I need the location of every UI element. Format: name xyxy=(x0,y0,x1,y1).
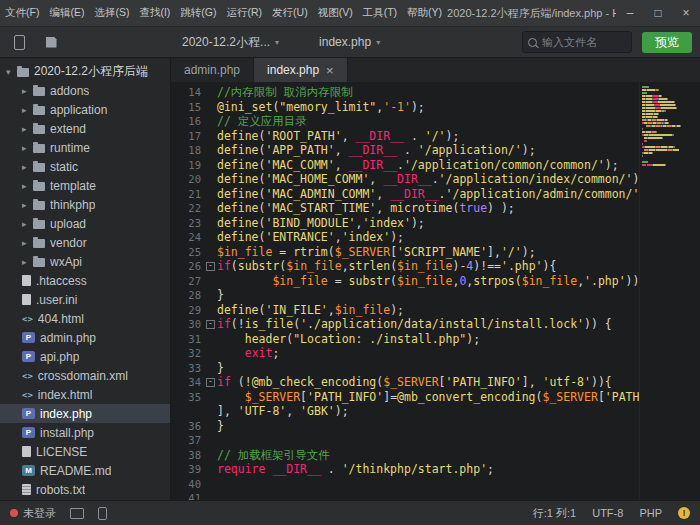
menu-goto[interactable]: 跳转(G) xyxy=(175,0,221,26)
chevron-right-icon[interactable]: ▸ xyxy=(22,105,33,115)
menu-run[interactable]: 运行(R) xyxy=(222,0,268,26)
search-input[interactable] xyxy=(540,35,631,49)
code-area[interactable]: 14//内存限制 取消内存限制15@ini_set("memory_limit"… xyxy=(171,82,639,500)
chevron-right-icon[interactable]: ▸ xyxy=(22,143,33,153)
minimap-segment xyxy=(657,119,664,121)
phone-icon[interactable] xyxy=(98,507,107,520)
close-icon[interactable]: × xyxy=(326,64,334,77)
chevron-right-icon[interactable]: ▸ xyxy=(22,257,33,267)
code-line[interactable]: 14//内存限制 取消内存限制 xyxy=(171,85,639,100)
tree-item-install-php[interactable]: Pinstall.php xyxy=(0,423,170,442)
code-line[interactable]: 28} xyxy=(171,288,639,303)
tree-item-license[interactable]: LICENSE xyxy=(0,442,170,461)
tree-item-api-php[interactable]: Papi.php xyxy=(0,347,170,366)
chevron-right-icon[interactable]: ▸ xyxy=(22,162,33,172)
tree-item-admin-php[interactable]: Padmin.php xyxy=(0,328,170,347)
code-line[interactable]: 16// 定义应用目录 xyxy=(171,114,639,129)
code-line[interactable]: 38// 加载框架引导文件 xyxy=(171,448,639,463)
tree-item-htaccess[interactable]: .htaccess xyxy=(0,271,170,290)
code-line[interactable]: 22define('MAC_START_TIME', microtime(tru… xyxy=(171,201,639,216)
menu-tools[interactable]: 工具(T) xyxy=(358,0,402,26)
menu-publish[interactable]: 发行(U) xyxy=(267,0,313,26)
tree-item-crossdomain-xml[interactable]: <>crossdomain.xml xyxy=(0,366,170,385)
code-line[interactable]: 20define('MAC_HOME_COMM', __DIR__.'/appl… xyxy=(171,172,639,187)
file-selector[interactable]: index.php ▾ xyxy=(319,35,380,49)
tree-item-robots-txt[interactable]: robots.txt xyxy=(0,480,170,499)
preview-button[interactable]: 预览 xyxy=(642,32,692,53)
tree-item-runtime[interactable]: ▸runtime xyxy=(0,138,170,157)
tree-item-wxapi[interactable]: ▸wxApi xyxy=(0,252,170,271)
console-icon[interactable] xyxy=(70,508,84,519)
device-run-button[interactable] xyxy=(8,32,30,52)
tree-item-index-html[interactable]: <>index.html xyxy=(0,385,170,404)
menu-edit[interactable]: 编辑(E) xyxy=(44,0,89,26)
code-line[interactable]: 27 $in_file = substr($in_file,0,strpos($… xyxy=(171,274,639,289)
encoding-indicator[interactable]: UTF-8 xyxy=(592,507,623,519)
menu-find[interactable]: 查找(I) xyxy=(134,0,175,26)
save-button[interactable] xyxy=(40,32,62,52)
tab-admin-php[interactable]: admin.php xyxy=(171,58,254,82)
code-line[interactable]: 15@ini_set("memory_limit",'-1'); xyxy=(171,100,639,115)
code-line[interactable]: 32 exit; xyxy=(171,346,639,361)
code-line[interactable]: 36} xyxy=(171,419,639,434)
menu-view[interactable]: 视图(V) xyxy=(313,0,358,26)
chevron-right-icon[interactable]: ▸ xyxy=(22,124,33,134)
tree-item-vendor[interactable]: ▸vendor xyxy=(0,233,170,252)
chevron-right-icon[interactable]: ▸ xyxy=(22,219,33,229)
menu-help[interactable]: 帮助(Y) xyxy=(402,0,447,26)
chevron-right-icon[interactable]: ▸ xyxy=(22,200,33,210)
minimap[interactable] xyxy=(639,82,700,500)
chevron-down-icon[interactable]: ▾ xyxy=(6,67,17,77)
tree-item-readme-md[interactable]: MREADME.md xyxy=(0,461,170,480)
project-selector[interactable]: 2020-12.2小程... ▾ xyxy=(182,34,279,51)
tree-item-addons[interactable]: ▸addons xyxy=(0,81,170,100)
language-indicator[interactable]: PHP xyxy=(639,507,662,519)
tree-item-404-html[interactable]: <>404.html xyxy=(0,309,170,328)
code-line[interactable]: 26-if(substr($in_file,strlen($in_file)-4… xyxy=(171,259,639,274)
notification-icon[interactable]: ! xyxy=(678,507,690,519)
chevron-right-icon[interactable]: ▸ xyxy=(22,181,33,191)
code-line[interactable]: 33} xyxy=(171,361,639,376)
code-line[interactable]: 31 header("Location: ./install.php"); xyxy=(171,332,639,347)
editor[interactable]: 14//内存限制 取消内存限制15@ini_set("memory_limit"… xyxy=(171,82,700,500)
maximize-button[interactable]: □ xyxy=(644,0,672,26)
tree-item-application[interactable]: ▸application xyxy=(0,100,170,119)
minimize-button[interactable]: – xyxy=(616,0,644,26)
code-line[interactable]: 30-if(!is_file('./application/data/insta… xyxy=(171,317,639,332)
tree-item-2020-12-2[interactable]: ▾2020-12.2小程序后端 xyxy=(0,62,170,81)
code-line[interactable]: 35 $_SERVER['PATH_INFO']=@mb_convert_enc… xyxy=(171,390,639,405)
code-line[interactable]: 34-if (!@mb_check_encoding($_SERVER['PAT… xyxy=(171,375,639,390)
file-search[interactable] xyxy=(522,31,632,53)
tree-item-static[interactable]: ▸static xyxy=(0,157,170,176)
code-line[interactable]: 17define('ROOT_PATH', __DIR__ . '/'); xyxy=(171,129,639,144)
tree-item-user-ini[interactable]: .user.ini xyxy=(0,290,170,309)
tab-index-php[interactable]: index.php× xyxy=(254,58,348,82)
fold-toggle[interactable]: - xyxy=(204,375,217,390)
code-line[interactable]: 29define('IN_FILE',$in_file); xyxy=(171,303,639,318)
code-line[interactable]: ], 'UTF-8', 'GBK'); xyxy=(171,404,639,419)
code-line[interactable]: 25$in_file = rtrim($_SERVER['SCRIPT_NAME… xyxy=(171,245,639,260)
chevron-right-icon[interactable]: ▸ xyxy=(22,238,33,248)
code-line[interactable]: 39require __DIR__ . '/thinkphp/start.php… xyxy=(171,462,639,477)
code-line[interactable]: 41 xyxy=(171,491,639,500)
chevron-right-icon[interactable]: ▸ xyxy=(22,86,33,96)
code-line[interactable]: 37 xyxy=(171,433,639,448)
login-status[interactable]: 未登录 xyxy=(10,506,56,521)
tree-item-index-php[interactable]: Pindex.php xyxy=(0,404,170,423)
close-button[interactable]: × xyxy=(672,0,700,26)
cursor-position[interactable]: 行:1 列:1 xyxy=(533,506,576,521)
tree-item-thinkphp[interactable]: ▸thinkphp xyxy=(0,195,170,214)
code-line[interactable]: 21define('MAC_ADMIN_COMM', __DIR__.'/app… xyxy=(171,187,639,202)
code-line[interactable]: 18define('APP_PATH', __DIR__ . '/applica… xyxy=(171,143,639,158)
tree-item-template[interactable]: ▸template xyxy=(0,176,170,195)
code-line[interactable]: 24define('ENTRANCE','index'); xyxy=(171,230,639,245)
tree-item-extend[interactable]: ▸extend xyxy=(0,119,170,138)
code-line[interactable]: 40 xyxy=(171,477,639,492)
fold-toggle[interactable]: - xyxy=(204,317,217,332)
tree-item-upload[interactable]: ▸upload xyxy=(0,214,170,233)
code-line[interactable]: 23define('BIND_MODULE','index'); xyxy=(171,216,639,231)
fold-toggle[interactable]: - xyxy=(204,259,217,274)
code-line[interactable]: 19define('MAC_COMM', __DIR__.'/applicati… xyxy=(171,158,639,173)
menu-select[interactable]: 选择(S) xyxy=(89,0,134,26)
menu-file[interactable]: 文件(F) xyxy=(0,0,44,26)
